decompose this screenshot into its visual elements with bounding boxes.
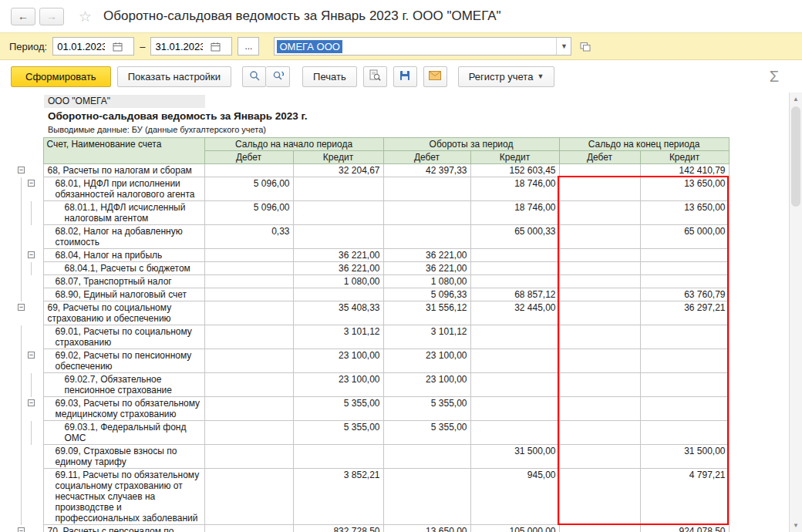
amount-cell[interactable] <box>559 201 640 225</box>
amount-cell[interactable] <box>559 301 640 325</box>
date-from-field[interactable] <box>52 37 134 56</box>
account-name-cell[interactable]: 69.02, Расчеты по пенсионному обеспечени… <box>43 349 204 373</box>
amount-cell[interactable] <box>204 349 293 373</box>
generate-button[interactable]: Сформировать <box>11 66 111 87</box>
amount-cell[interactable]: 5 355,00 <box>383 421 470 445</box>
amount-cell[interactable] <box>559 469 640 525</box>
report-org-cell[interactable]: ООО "ОМЕГА" <box>44 95 205 108</box>
sum-sigma-icon[interactable]: Σ <box>770 68 779 86</box>
amount-cell[interactable] <box>204 469 293 525</box>
amount-cell[interactable]: 36 221,00 <box>293 249 383 262</box>
amount-cell[interactable] <box>559 249 640 262</box>
show-settings-button[interactable]: Показать настройки <box>117 66 231 87</box>
print-button[interactable]: Печать <box>302 66 357 87</box>
amount-cell[interactable]: 142 410,79 <box>640 164 729 177</box>
collapse-toggle[interactable]: − <box>18 167 25 173</box>
refresh-search-button[interactable] <box>266 66 290 87</box>
scroll-down-icon[interactable]: ▼ <box>790 520 802 531</box>
amount-cell[interactable]: 23 100,00 <box>383 373 470 397</box>
period-variants-button[interactable]: ... <box>238 37 259 56</box>
amount-cell[interactable] <box>204 301 293 325</box>
amount-cell[interactable] <box>204 262 293 275</box>
amount-cell[interactable]: 5 355,00 <box>383 397 470 421</box>
amount-cell[interactable]: 18 746,00 <box>470 201 559 225</box>
amount-cell[interactable] <box>559 349 640 373</box>
amount-cell[interactable]: 23 100,00 <box>383 349 470 373</box>
account-name-cell[interactable]: 69.03, Расчеты по обязательному медицинс… <box>43 397 204 421</box>
collapse-toggle[interactable]: − <box>18 304 25 311</box>
amount-cell[interactable] <box>559 177 640 201</box>
account-name-cell[interactable]: 69.03.1, Федеральный фонд ОМС <box>43 421 204 445</box>
amount-cell[interactable] <box>204 275 293 288</box>
amount-cell[interactable]: 18 746,00 <box>470 177 559 201</box>
account-name-cell[interactable]: 70, Расчеты с персоналом по <box>43 525 204 532</box>
amount-cell[interactable]: 65 000,00 <box>640 225 729 249</box>
amount-cell[interactable]: 0,33 <box>204 225 293 249</box>
organization-combo[interactable]: ОМЕГА ООО ▼ <box>274 37 571 56</box>
account-name-cell[interactable]: 69, Расчеты по социальному страхованию и… <box>43 301 204 325</box>
amount-cell[interactable] <box>293 445 383 469</box>
amount-cell[interactable]: 36 221,00 <box>383 262 470 275</box>
amount-cell[interactable] <box>293 225 383 249</box>
calendar-icon[interactable] <box>109 38 126 55</box>
account-name-cell[interactable]: 68.01, НДФЛ при исполнении обязанностей … <box>43 177 204 201</box>
amount-cell[interactable]: 35 408,33 <box>293 301 383 325</box>
amount-cell[interactable] <box>559 325 640 349</box>
amount-cell[interactable] <box>559 275 640 288</box>
amount-cell[interactable]: 5 355,00 <box>293 397 383 421</box>
amount-cell[interactable] <box>559 525 640 532</box>
forward-button[interactable]: → <box>39 8 64 25</box>
amount-cell[interactable] <box>559 445 640 469</box>
amount-cell[interactable] <box>204 445 293 469</box>
amount-cell[interactable]: 42 397,33 <box>383 164 470 177</box>
search-button[interactable] <box>242 66 266 87</box>
date-from-input[interactable] <box>53 41 109 52</box>
amount-cell[interactable]: 65 000,33 <box>470 225 559 249</box>
amount-cell[interactable] <box>204 525 293 532</box>
amount-cell[interactable] <box>293 201 383 225</box>
amount-cell[interactable]: 832 728,50 <box>293 525 383 532</box>
amount-cell[interactable] <box>640 249 729 262</box>
amount-cell[interactable] <box>470 275 559 288</box>
amount-cell[interactable]: 23 100,00 <box>293 373 383 397</box>
amount-cell[interactable] <box>470 249 559 262</box>
amount-cell[interactable]: 36 221,00 <box>383 249 470 262</box>
amount-cell[interactable]: 3 101,12 <box>293 325 383 349</box>
amount-cell[interactable] <box>559 225 640 249</box>
amount-cell[interactable]: 105 000,00 <box>470 525 559 532</box>
amount-cell[interactable] <box>640 325 729 349</box>
amount-cell[interactable] <box>640 421 729 445</box>
collapse-toggle[interactable]: − <box>28 352 35 359</box>
amount-cell[interactable] <box>470 397 559 421</box>
amount-cell[interactable] <box>383 201 470 225</box>
amount-cell[interactable]: 63 760,79 <box>640 288 729 301</box>
send-email-button[interactable] <box>423 66 447 87</box>
save-button[interactable] <box>393 66 417 87</box>
account-name-cell[interactable]: 68.07, Транспортный налог <box>43 275 204 288</box>
amount-cell[interactable]: 36 221,00 <box>293 262 383 275</box>
amount-cell[interactable] <box>470 262 559 275</box>
amount-cell[interactable]: 1 080,00 <box>383 275 470 288</box>
amount-cell[interactable]: 13 650,00 <box>383 525 470 532</box>
amount-cell[interactable] <box>204 373 293 397</box>
amount-cell[interactable]: 13 650,00 <box>640 177 729 201</box>
account-name-cell[interactable]: 68.01.1, НДФЛ исчисленный налоговым аген… <box>43 201 204 225</box>
amount-cell[interactable] <box>204 288 293 301</box>
amount-cell[interactable]: 32 204,67 <box>293 164 383 177</box>
amount-cell[interactable]: 31 556,12 <box>383 301 470 325</box>
account-name-cell[interactable]: 68.04.1, Расчеты с бюджетом <box>43 262 204 275</box>
register-menu-button[interactable]: Регистр учета ▼ <box>458 66 555 87</box>
amount-cell[interactable]: 5 355,00 <box>293 421 383 445</box>
amount-cell[interactable]: 5 096,33 <box>383 288 470 301</box>
amount-cell[interactable] <box>640 373 729 397</box>
amount-cell[interactable]: 36 297,21 <box>640 301 729 325</box>
collapse-toggle[interactable]: − <box>18 527 25 532</box>
amount-cell[interactable]: 23 100,00 <box>293 349 383 373</box>
print-preview-button[interactable] <box>363 66 387 87</box>
open-organization-icon[interactable] <box>577 38 594 55</box>
amount-cell[interactable] <box>383 225 470 249</box>
amount-cell[interactable]: 152 603,45 <box>470 164 559 177</box>
back-button[interactable]: ← <box>11 8 35 25</box>
amount-cell[interactable]: 3 101,12 <box>383 325 470 349</box>
amount-cell[interactable]: 3 852,21 <box>293 469 383 525</box>
